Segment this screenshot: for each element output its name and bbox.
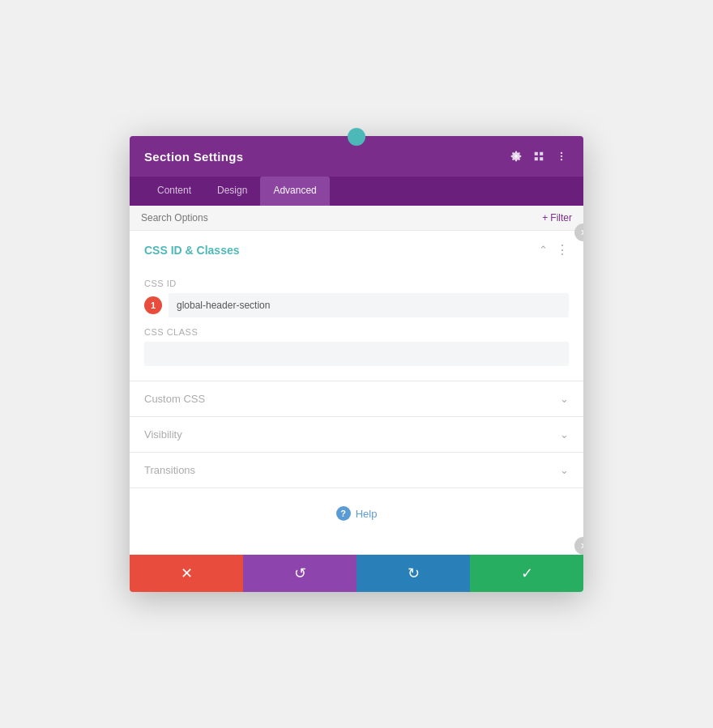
more-options-icon[interactable] <box>554 149 569 164</box>
help-label: Help <box>356 508 378 520</box>
css-id-classes-section: CSS ID & Classes ⌃ ⋮ CSS ID 1 CSS Class <box>130 231 583 381</box>
modal-title: Section Settings <box>144 150 243 164</box>
transitions-header[interactable]: Transitions ⌄ <box>130 453 583 487</box>
settings-icon[interactable] <box>509 149 523 164</box>
css-id-classes-body: CSS ID 1 CSS Class <box>130 279 583 381</box>
custom-css-title: Custom CSS <box>144 393 205 405</box>
css-class-label: CSS Class <box>144 327 569 337</box>
expand-arrow-icon[interactable]: ⌄ <box>560 428 569 441</box>
transitions-title: Transitions <box>144 464 195 476</box>
cancel-button[interactable]: ✕ <box>130 555 243 592</box>
css-id-input[interactable] <box>169 293 569 317</box>
tabs-bar: Content Design Advanced <box>130 177 583 206</box>
css-id-badge: 1 <box>144 296 162 314</box>
svg-rect-4 <box>540 157 543 160</box>
filter-button[interactable]: + Filter <box>542 212 572 224</box>
search-bar: + Filter <box>130 206 583 231</box>
css-id-field-row: 1 <box>144 293 569 317</box>
tab-advanced[interactable]: Advanced <box>260 177 329 206</box>
svg-point-5 <box>561 152 562 154</box>
css-id-classes-header[interactable]: CSS ID & Classes ⌃ ⋮ <box>130 231 583 269</box>
modal-footer: ✕ ↺ ↻ ✓ <box>130 555 583 592</box>
redo-button[interactable]: ↻ <box>356 555 470 592</box>
tab-content[interactable]: Content <box>144 177 204 206</box>
save-button[interactable]: ✓ <box>470 555 583 592</box>
undo-button[interactable]: ↺ <box>243 555 356 592</box>
layout-icon[interactable] <box>532 149 546 164</box>
help-area[interactable]: ? Help <box>130 488 583 539</box>
expand-arrow-icon[interactable]: ⌄ <box>560 464 569 476</box>
section-icons: ⌄ <box>560 464 569 476</box>
svg-rect-1 <box>535 152 538 155</box>
top-indicator-dot <box>348 128 365 146</box>
custom-css-header[interactable]: Custom CSS ⌄ <box>130 381 583 416</box>
section-more-icon[interactable]: ⋮ <box>556 242 569 258</box>
visibility-title: Visibility <box>144 428 182 441</box>
css-class-input[interactable] <box>144 342 569 366</box>
search-input[interactable] <box>141 212 542 224</box>
expand-arrow-icon[interactable]: ⌄ <box>560 393 569 405</box>
svg-rect-3 <box>535 157 538 160</box>
transitions-section: Transitions ⌄ <box>130 453 583 488</box>
section-icons: ⌄ <box>560 393 569 405</box>
visibility-section: Visibility ⌄ <box>130 417 583 453</box>
svg-point-6 <box>561 155 562 157</box>
svg-rect-2 <box>540 152 543 155</box>
section-icons: ⌃ ⋮ <box>539 242 569 258</box>
section-icons: ⌄ <box>560 428 569 441</box>
filter-label: Filter <box>550 212 572 224</box>
css-id-label: CSS ID <box>144 279 569 288</box>
svg-point-7 <box>561 159 562 160</box>
visibility-header[interactable]: Visibility ⌄ <box>130 417 583 452</box>
help-icon: ? <box>336 506 351 521</box>
modal-content: CSS ID & Classes ⌃ ⋮ CSS ID 1 CSS Class <box>130 231 583 555</box>
css-id-classes-title: CSS ID & Classes <box>144 244 240 257</box>
tab-design[interactable]: Design <box>204 177 260 206</box>
header-icon-group <box>509 149 569 164</box>
collapse-arrow-icon[interactable]: ⌃ <box>539 244 548 256</box>
custom-css-section: Custom CSS ⌄ <box>130 381 583 417</box>
filter-plus-icon: + <box>542 212 548 224</box>
